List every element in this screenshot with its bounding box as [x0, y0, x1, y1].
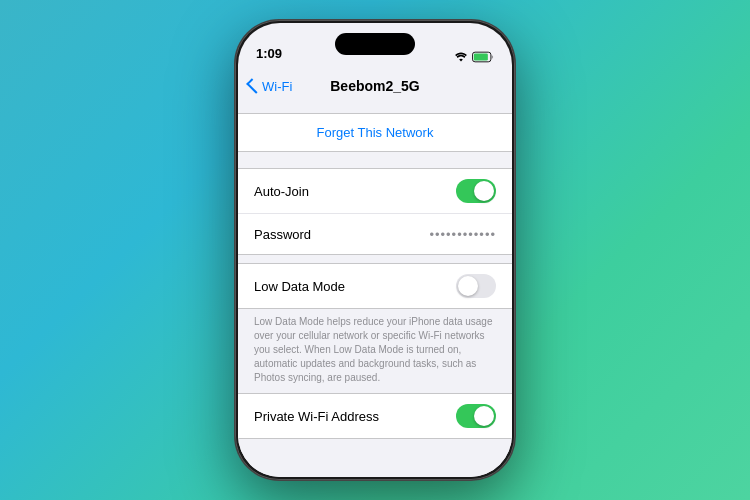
auto-join-label: Auto-Join — [254, 184, 309, 199]
status-icons — [454, 51, 494, 63]
battery-status-icon — [472, 51, 494, 63]
low-data-mode-label: Low Data Mode — [254, 279, 345, 294]
auto-join-password-section: Auto-Join Password •••••••••••• — [238, 168, 512, 255]
password-value: •••••••••••• — [429, 227, 496, 242]
forget-network-section[interactable]: Forget This Network — [238, 113, 512, 152]
nav-bar: Wi-Fi Beebom2_5G — [238, 67, 512, 105]
auto-join-row: Auto-Join — [238, 169, 512, 214]
top-spacer — [238, 105, 512, 113]
back-chevron-icon — [246, 78, 262, 94]
status-time: 1:09 — [256, 46, 282, 63]
phone-screen: 1:09 Wi-Fi Be — [238, 23, 512, 477]
low-data-mode-section: Low Data Mode — [238, 263, 512, 309]
back-button[interactable]: Wi-Fi — [250, 79, 292, 94]
page-title: Beebom2_5G — [330, 78, 419, 94]
svg-rect-1 — [474, 53, 488, 60]
private-wifi-label: Private Wi-Fi Address — [254, 409, 379, 424]
password-row[interactable]: Password •••••••••••• — [238, 214, 512, 254]
dynamic-island — [335, 33, 415, 55]
private-wifi-toggle[interactable] — [456, 404, 496, 428]
settings-content: Forget This Network Auto-Join Password •… — [238, 105, 512, 477]
private-wifi-row: Private Wi-Fi Address — [238, 394, 512, 438]
low-data-mode-description: Low Data Mode helps reduce your iPhone d… — [238, 309, 512, 393]
low-data-mode-toggle[interactable] — [456, 274, 496, 298]
private-wifi-section: Private Wi-Fi Address — [238, 393, 512, 439]
spacer-1 — [238, 160, 512, 168]
forget-network-button[interactable]: Forget This Network — [254, 125, 496, 140]
wifi-status-icon — [454, 52, 468, 62]
auto-join-toggle[interactable] — [456, 179, 496, 203]
password-label: Password — [254, 227, 311, 242]
low-data-mode-toggle-knob — [458, 276, 478, 296]
spacer-2 — [238, 255, 512, 263]
auto-join-toggle-knob — [474, 181, 494, 201]
private-wifi-toggle-knob — [474, 406, 494, 426]
back-label: Wi-Fi — [262, 79, 292, 94]
low-data-mode-row: Low Data Mode — [238, 264, 512, 308]
phone-frame: 1:09 Wi-Fi Be — [235, 20, 515, 480]
